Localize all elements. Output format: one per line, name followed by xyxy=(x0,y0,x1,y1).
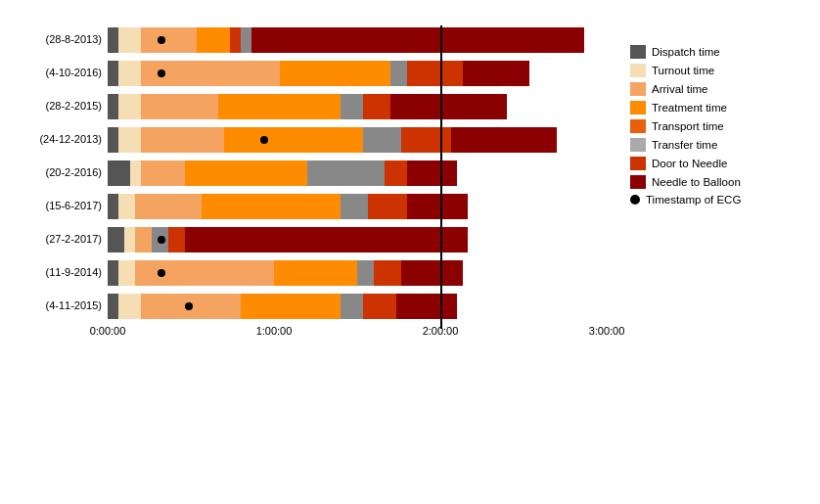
legend-label: Treatment time xyxy=(652,102,727,114)
bar-segment xyxy=(124,227,135,252)
timestamp-dot xyxy=(158,36,165,44)
bar-wrapper xyxy=(108,194,607,219)
bar-segment xyxy=(241,294,341,319)
legend-item: Turnout time xyxy=(630,64,787,77)
vertical-line-2h xyxy=(440,25,442,329)
bar-segment xyxy=(108,227,124,252)
bar-segment xyxy=(185,227,468,252)
bar-segment xyxy=(135,260,274,286)
bar-row: (20-2-2016) xyxy=(20,159,607,188)
bar-row: (28-2-2015) xyxy=(20,92,607,121)
bar-segment xyxy=(357,260,374,286)
bar-segment xyxy=(108,194,118,219)
bar-segment xyxy=(363,94,390,119)
bar-segment xyxy=(251,27,584,53)
bars-container: (28-8-2013)(4-10-2016)(28-2-2015)(24-12-… xyxy=(20,25,607,321)
bar-segment xyxy=(390,94,507,119)
legend-item: Arrival time xyxy=(630,82,787,96)
bar-label: (28-2-2015) xyxy=(20,100,108,113)
bar-segment xyxy=(108,127,118,153)
legend-swatch xyxy=(630,157,646,170)
bar-wrapper xyxy=(108,27,607,53)
bar-wrapper xyxy=(108,260,607,286)
plot-area: (28-8-2013)(4-10-2016)(28-2-2015)(24-12-… xyxy=(20,23,607,346)
bar-segment xyxy=(396,294,457,319)
timestamp-dot xyxy=(185,302,193,310)
legend-label: Needle to Balloon xyxy=(652,176,741,188)
bar-segment xyxy=(407,160,457,186)
bar-label: (15-6-2017) xyxy=(20,200,108,212)
bar-segment xyxy=(108,94,118,119)
legend-item: Transport time xyxy=(630,119,787,133)
legend-label: Dispatch time xyxy=(652,46,720,58)
bar-row: (27-2-2017) xyxy=(20,225,607,254)
bar-segment xyxy=(168,227,185,252)
bar-segment xyxy=(141,27,197,53)
bar-wrapper xyxy=(108,294,607,319)
bar-label: (28-8-2013) xyxy=(20,33,108,46)
bar-wrapper xyxy=(108,160,607,186)
bar-segment xyxy=(141,160,185,186)
bar-segment xyxy=(363,127,402,153)
bar-row: (11-9-2014) xyxy=(20,258,607,288)
bar-segment xyxy=(341,194,368,219)
bar-segment xyxy=(185,160,307,186)
legend: Dispatch timeTurnout timeArrival timeTre… xyxy=(630,45,787,346)
bar-segment xyxy=(135,194,202,219)
bar-label: (20-2-2016) xyxy=(20,166,108,179)
x-tick: 0:00:00 xyxy=(90,325,126,337)
bar-wrapper xyxy=(108,61,607,86)
bar-segment xyxy=(401,260,462,286)
chart-container: (28-8-2013)(4-10-2016)(28-2-2015)(24-12-… xyxy=(0,0,820,504)
bar-segment xyxy=(407,194,468,219)
bar-label: (4-11-2015) xyxy=(20,299,108,312)
bar-row: (15-6-2017) xyxy=(20,192,607,221)
legend-swatch xyxy=(630,175,646,189)
bar-segment xyxy=(135,227,152,252)
bar-wrapper xyxy=(108,127,607,153)
bar-segment xyxy=(130,160,141,186)
bar-segment xyxy=(341,294,363,319)
legend-swatch xyxy=(630,101,646,115)
bar-row: (4-11-2015) xyxy=(20,292,607,321)
bar-segment xyxy=(108,27,118,53)
legend-swatch xyxy=(630,138,646,152)
bar-segment xyxy=(141,127,224,153)
bar-segment xyxy=(230,27,241,53)
timestamp-dot xyxy=(158,269,165,277)
bar-segment xyxy=(274,260,357,286)
bar-wrapper xyxy=(108,94,607,119)
bar-label: (24-12-2013) xyxy=(20,133,108,146)
bar-segment xyxy=(118,127,141,153)
legend-item: Treatment time xyxy=(630,101,787,115)
bar-segment xyxy=(368,194,407,219)
bar-segment xyxy=(363,294,396,319)
bar-segment xyxy=(307,160,385,186)
legend-swatch xyxy=(630,119,646,133)
legend-item: Needle to Balloon xyxy=(630,175,787,189)
bar-segment xyxy=(118,61,141,86)
bar-segment xyxy=(463,61,529,86)
legend-label: Transfer time xyxy=(652,139,717,151)
legend-label: Timestamp of ECG xyxy=(646,194,741,206)
bar-segment xyxy=(280,61,390,86)
x-axis: 0:00:001:00:002:00:003:00:00 xyxy=(108,325,607,346)
legend-swatch xyxy=(630,45,646,59)
bar-segment xyxy=(202,194,341,219)
bar-segment xyxy=(218,94,341,119)
bar-segment xyxy=(118,260,135,286)
bar-row: (24-12-2013) xyxy=(20,125,607,155)
timestamp-dot xyxy=(158,236,165,244)
bar-segment xyxy=(118,194,135,219)
legend-item: Timestamp of ECG xyxy=(630,194,787,206)
timestamp-dot xyxy=(260,136,268,144)
legend-dot-icon xyxy=(630,195,640,205)
timestamp-dot xyxy=(158,69,165,77)
legend-item: Transfer time xyxy=(630,138,787,152)
bar-segment xyxy=(401,127,451,153)
bar-segment xyxy=(385,160,407,186)
bar-row: (4-10-2016) xyxy=(20,59,607,88)
bar-segment xyxy=(118,294,141,319)
legend-label: Door to Needle xyxy=(652,158,727,169)
bar-segment xyxy=(141,94,218,119)
